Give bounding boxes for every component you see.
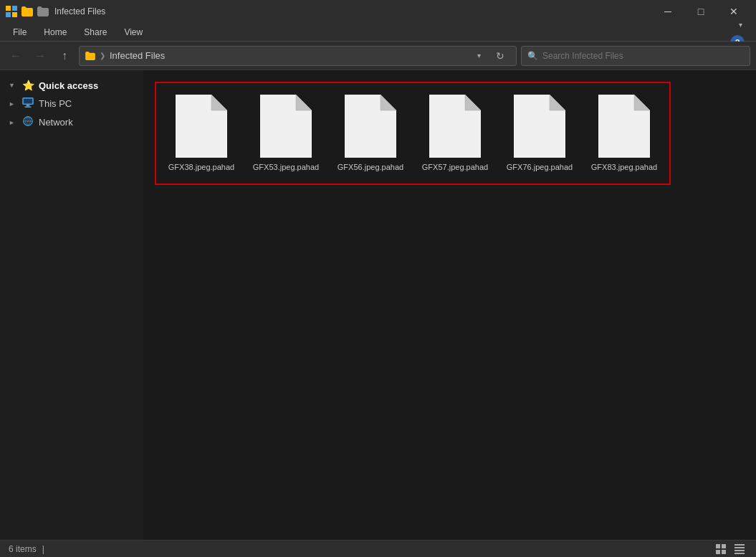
minimize-button[interactable]: ─ — [651, 0, 684, 23]
file-item[interactable]: GFX53.jpeg.pahad — [247, 89, 325, 178]
star-icon — [37, 6, 49, 16]
expand-arrow-network: ► — [9, 119, 17, 126]
svg-rect-1 — [12, 6, 17, 11]
svg-rect-36 — [735, 550, 745, 551]
file-icon — [514, 95, 565, 158]
svg-rect-3 — [12, 12, 17, 17]
path-dropdown-button[interactable]: ▾ — [469, 46, 489, 66]
network-icon — [21, 116, 34, 128]
svg-rect-33 — [722, 550, 726, 554]
file-name: GFX56.jpeg.pahad — [338, 162, 403, 172]
back-button[interactable]: ← — [6, 46, 26, 66]
file-name: GFX57.jpeg.pahad — [422, 162, 488, 172]
expand-arrow-quick-access: ▼ — [9, 82, 17, 89]
menu-bar: File Home Share View ▾ ? — [0, 23, 756, 42]
svg-rect-2 — [6, 12, 11, 17]
content-area[interactable]: GFX38.jpeg.pahad GFX53.jpeg.pahad GFX56.… — [143, 70, 756, 540]
file-icon — [260, 95, 312, 158]
sidebar-item-network[interactable]: ► Network — [3, 113, 140, 131]
title-bar: Infected Files ─ □ ✕ — [0, 0, 756, 23]
svg-rect-6 — [27, 105, 30, 106]
svg-rect-35 — [735, 547, 745, 548]
file-name: GFX76.jpeg.pahad — [507, 162, 573, 172]
maximize-button[interactable]: □ — [684, 0, 717, 23]
sidebar: ▼ ⭐ Quick access ► This PC ► — [0, 70, 143, 540]
file-name: GFX38.jpeg.pahad — [168, 162, 234, 172]
search-box: 🔍 — [521, 46, 750, 66]
svg-rect-0 — [6, 6, 11, 11]
svg-rect-7 — [24, 106, 31, 108]
file-name: GFX83.jpeg.pahad — [591, 162, 657, 172]
file-item[interactable]: GFX56.jpeg.pahad — [331, 89, 410, 178]
file-grid: GFX38.jpeg.pahad GFX53.jpeg.pahad GFX56.… — [155, 82, 671, 185]
file-name: GFX53.jpeg.pahad — [253, 162, 319, 172]
title-bar-icons — [6, 6, 49, 17]
search-icon: 🔍 — [527, 51, 538, 61]
status-text: 6 items | — [9, 544, 44, 554]
sidebar-label-this-pc: This PC — [39, 98, 72, 109]
address-path[interactable]: ❯ Infected Files ▾ ↻ — [79, 46, 517, 66]
file-item[interactable]: GFX76.jpeg.pahad — [500, 89, 579, 178]
file-icon — [429, 95, 481, 158]
file-item[interactable]: GFX57.jpeg.pahad — [416, 89, 494, 178]
expand-arrow-this-pc: ► — [9, 100, 17, 108]
large-icons-view-button[interactable] — [713, 543, 729, 556]
item-count: 6 items — [9, 544, 37, 554]
status-bar: 6 items | — [0, 540, 756, 557]
svg-rect-32 — [716, 550, 720, 554]
search-input[interactable] — [542, 51, 744, 61]
quick-access-icon: ⭐ — [21, 80, 34, 91]
window-title: Infected Files — [54, 6, 649, 16]
details-view-button[interactable] — [732, 543, 747, 556]
address-bar: ← → ↑ ❯ Infected Files ▾ ↻ 🔍 — [0, 42, 756, 70]
refresh-button[interactable]: ↻ — [490, 46, 510, 66]
sidebar-item-quick-access[interactable]: ▼ ⭐ Quick access — [3, 77, 140, 94]
file-icon — [598, 95, 650, 158]
forward-button[interactable]: → — [30, 46, 50, 66]
path-separator: ❯ — [100, 52, 105, 59]
file-icon — [345, 95, 396, 158]
file-item[interactable]: GFX38.jpeg.pahad — [162, 89, 241, 178]
svg-rect-34 — [735, 544, 745, 546]
sidebar-label-network: Network — [39, 117, 73, 128]
menu-file[interactable]: File — [6, 25, 34, 39]
app-icon — [6, 6, 17, 17]
folder-icon — [21, 6, 33, 16]
menu-view[interactable]: View — [117, 25, 150, 39]
svg-rect-30 — [716, 544, 720, 548]
up-button[interactable]: ↑ — [54, 46, 75, 66]
sidebar-item-this-pc[interactable]: ► This PC — [3, 95, 140, 113]
svg-rect-5 — [24, 99, 32, 104]
path-folder-icon — [85, 52, 95, 60]
menu-share[interactable]: Share — [77, 25, 114, 39]
ribbon-expand-button[interactable]: ▾ — [730, 15, 750, 35]
this-pc-icon — [21, 97, 34, 110]
file-icon — [176, 95, 227, 158]
status-separator: | — [42, 544, 44, 554]
status-right — [713, 543, 747, 556]
menu-home[interactable]: Home — [37, 25, 74, 39]
svg-rect-31 — [722, 544, 726, 548]
file-item[interactable]: GFX83.jpeg.pahad — [585, 89, 664, 178]
sidebar-label-quick-access: Quick access — [39, 80, 98, 91]
main-layout: ▼ ⭐ Quick access ► This PC ► — [0, 70, 756, 540]
path-current: Infected Files — [110, 50, 165, 61]
svg-rect-37 — [735, 553, 745, 554]
